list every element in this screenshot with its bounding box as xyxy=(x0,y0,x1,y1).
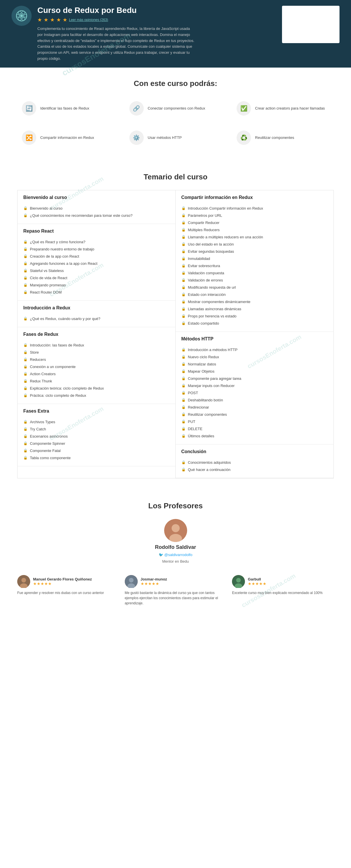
temario-grid: Bienvenido al curso 🔒 Bienvenido al curs… xyxy=(17,190,334,478)
lock-icon: 🔒 xyxy=(181,376,186,380)
reviews-link[interactable]: Leer más opiniones (263) xyxy=(69,18,108,22)
svg-point-15 xyxy=(236,578,241,583)
reviewer-header-3: Garbull ★★★★★ xyxy=(232,575,334,588)
feature-icon-6: ♻️ xyxy=(236,130,251,145)
reviewer-avatar-3 xyxy=(232,575,245,588)
list-item: 🔒Conocimientos adquiridos xyxy=(181,459,328,466)
list-item: 🔒Manejando promesas xyxy=(23,281,170,289)
group-title-fases-redux: Fases de Redux xyxy=(23,332,170,339)
item-label: Evitar sobrescritura xyxy=(188,264,220,268)
list-item: 🔒Inmutabilidad xyxy=(181,255,328,262)
list-item: 🔒Preparando nuestro entorno de trabajo xyxy=(23,246,170,253)
reviewer-header-2: Josmar-munoz ★★★★★ xyxy=(125,575,226,588)
lock-icon: 🔒 xyxy=(23,427,28,431)
feature-text-3: Crear action creators para hacer llamada… xyxy=(255,106,325,111)
reviewer-stars-1: ★★★★★ xyxy=(33,581,92,586)
lock-icon: 🔒 xyxy=(181,348,186,352)
reviewer-name-3: Garbull xyxy=(248,577,266,581)
lock-icon: 🔒 xyxy=(181,249,186,253)
group-title-repaso-react: Repaso React xyxy=(23,228,170,236)
star-2: ★ xyxy=(44,17,48,23)
svg-point-12 xyxy=(129,578,133,583)
list-item: 🔒¿Qué es React y cómo funciona? xyxy=(23,238,170,246)
item-label: Preparando nuestro entorno de trabajo xyxy=(30,247,94,251)
list-item: 🔒Introducción: las fases de Redux xyxy=(23,342,170,349)
item-label: Introducción Compartir información en Re… xyxy=(188,206,263,211)
feature-text-5: Usar métodos HTTP xyxy=(148,135,182,140)
feature-icon-4: 🔀 xyxy=(22,130,36,145)
lock-icon: 🔒 xyxy=(181,427,186,431)
group-metodos-http: Métodos HTTP 🔒Introducción a métodos HTT… xyxy=(176,332,334,444)
main-prof-avatar xyxy=(164,519,187,542)
lock-icon: 🔒 xyxy=(23,379,28,383)
lock-icon: 🔒 xyxy=(181,420,186,424)
lock-icon: 🔒 xyxy=(181,292,186,297)
feature-4: 🔀 Compartir información en Redux xyxy=(17,126,119,150)
lock-icon: 🔒 xyxy=(181,398,186,402)
main-prof-twitter[interactable]: 🐦 @saldivarrodolfo xyxy=(159,553,192,557)
item-label: Validación de errores xyxy=(188,278,223,282)
list-item: 🔒Normalizar datos xyxy=(181,361,328,368)
lock-icon: 🔒 xyxy=(23,343,28,347)
lock-icon: 🔒 xyxy=(23,316,28,320)
item-label: Componente para agregar tarea xyxy=(188,376,242,381)
feature-text-2: Conectar componentes con Redux xyxy=(148,106,205,111)
lock-icon: 🔒 xyxy=(181,271,186,275)
feature-6: ♻️ Reutilizar componentes xyxy=(232,126,334,150)
item-label: Ciclo de vida de React xyxy=(30,276,67,280)
group-title-intro-redux: Introducción a Redux xyxy=(23,305,170,312)
item-label: Estado con interacción xyxy=(188,292,226,297)
item-label: Conocimientos adquiridos xyxy=(188,460,231,465)
list-item: 🔒Múltiples Reducers xyxy=(181,226,328,234)
item-label: ¿Qué es React y cómo funciona? xyxy=(30,240,85,244)
review-text-2: Me gustó bastante la dinámica del curso … xyxy=(125,590,226,606)
lock-icon: 🔒 xyxy=(181,405,186,409)
item-label: Props por herencia vs estado xyxy=(188,314,236,318)
list-item: 🔒Compartir Reducer xyxy=(181,219,328,226)
item-label: Redux Thunk xyxy=(30,379,52,383)
reviews-grid: Manuel Gerardo Flores Quiñonez ★★★★★ Fue… xyxy=(17,575,334,606)
list-item: 🔒Práctica: ciclo completo de Redux xyxy=(23,392,170,399)
item-label: Tabla como componente xyxy=(30,456,71,460)
list-item: 🔒React Router DOM xyxy=(23,289,170,296)
features-grid: 🔄 Identificar las fases de Redux 🔗 Conec… xyxy=(17,97,334,150)
lock-icon: 🔒 xyxy=(23,350,28,354)
feature-2: 🔗 Conectar componentes con Redux xyxy=(125,97,226,120)
list-item: 🔒Tabla como componente xyxy=(23,454,170,461)
features-title: Con este curso podrás: xyxy=(17,79,334,88)
item-label: Múltiples Reducers xyxy=(188,228,220,232)
lock-icon: 🔒 xyxy=(23,372,28,376)
list-item: 🔒Conexión a un componente xyxy=(23,363,170,370)
item-label: Componente Fatal xyxy=(30,448,61,453)
list-item: 🔒Mostrar componentes dinámicamente xyxy=(181,298,328,305)
lock-icon: 🔒 xyxy=(23,393,28,397)
temario-title: Temario del curso xyxy=(17,173,334,181)
list-item: 🔒Escenarios asíncronos xyxy=(23,433,170,440)
item-label: Stateful vs Stateless xyxy=(30,269,64,273)
features-section: Con este curso podrás: 🔄 Identificar las… xyxy=(0,68,351,161)
list-item: 🔒Stateful vs Stateless xyxy=(23,267,170,274)
list-item: 🔒 ¿Qué conocimientos me recomiendan para… xyxy=(23,212,170,219)
svg-point-9 xyxy=(22,578,26,583)
item-label: Normalizar datos xyxy=(188,362,216,366)
list-item: 🔒Mapear Objetos xyxy=(181,368,328,375)
group-compartir: Compartir información en Redux 🔒Introduc… xyxy=(176,190,334,332)
review-card-3: Garbull ★★★★★ Excelente curso muy bien e… xyxy=(232,575,334,606)
group-fases-redux: Fases de Redux 🔒Introducción: las fases … xyxy=(18,327,176,404)
lock-icon: 🔒 xyxy=(23,386,28,390)
svg-point-6 xyxy=(171,524,180,532)
group-repaso-react: Repaso React 🔒¿Qué es React y cómo funci… xyxy=(18,224,176,301)
item-label: Manejando promesas xyxy=(30,283,66,287)
lock-icon: 🔒 xyxy=(181,434,186,438)
lock-icon: 🔒 xyxy=(181,285,186,289)
star-4: ★ xyxy=(56,17,61,23)
main-prof-role: Mentor en Bedu xyxy=(162,559,189,563)
lock-icon: 🔒 xyxy=(23,240,28,244)
lock-icon: 🔒 xyxy=(23,261,28,266)
group-title-bienvenido: Bienvenido al curso xyxy=(23,195,170,202)
twitter-handle: @saldivarrodolfo xyxy=(164,553,192,557)
reviewer-header-1: Manuel Gerardo Flores Quiñonez ★★★★★ xyxy=(17,575,119,588)
reviewer-stars-2: ★★★★★ xyxy=(140,581,167,586)
lock-icon: 🔒 xyxy=(181,228,186,232)
list-item: 🔒DELETE xyxy=(181,425,328,432)
